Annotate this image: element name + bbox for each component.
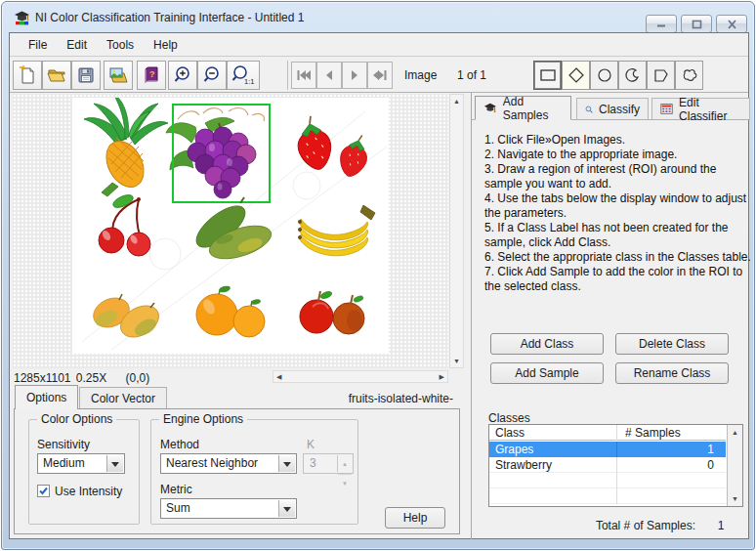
zoom-out-button[interactable] <box>197 61 227 90</box>
table-scroll-down-icon[interactable]: ▼ <box>732 495 738 502</box>
use-intensity-checkbox[interactable] <box>37 485 50 497</box>
instruction-step: 4. Use the tabs below the display window… <box>484 191 755 221</box>
pineapple <box>84 98 168 196</box>
class-samples: 1 <box>616 442 720 457</box>
tab-options[interactable]: Options <box>15 385 78 409</box>
rename-class-button[interactable]: Rename Class <box>615 362 729 384</box>
next-image-icon <box>350 69 359 81</box>
open-folder-icon <box>46 64 67 86</box>
previous-image-button[interactable] <box>316 62 342 89</box>
add-sample-button[interactable]: Add Sample <box>490 362 604 384</box>
grapes <box>166 108 264 198</box>
zoom-1-1-icon: 1:1 <box>231 64 256 86</box>
papaya <box>189 197 274 266</box>
menu-help[interactable]: Help <box>145 35 187 55</box>
vertical-scrollbar[interactable]: ▲ ▼ <box>449 94 464 368</box>
fruit-image[interactable] <box>72 98 389 354</box>
first-image-button[interactable] <box>291 62 316 89</box>
table-row-empty[interactable] <box>489 488 726 504</box>
help-book-button[interactable]: ? <box>137 61 166 90</box>
spinner-up-icon[interactable]: ▲ <box>338 455 352 475</box>
metric-dropdown-button[interactable] <box>278 500 295 517</box>
open-images-button[interactable] <box>42 61 71 90</box>
tab-edit-classifier[interactable]: Edit Classifier <box>651 98 750 119</box>
sensitivity-dropdown-button[interactable] <box>106 455 123 472</box>
zoom-in-button[interactable] <box>168 61 197 90</box>
table-header-row: Class # Samples <box>489 425 726 441</box>
table-scrollbar[interactable]: ▲ ▼ <box>727 425 742 506</box>
k-value: 3 <box>310 456 316 470</box>
method-label: Method <box>160 438 199 451</box>
method-dropdown-button[interactable] <box>278 455 295 472</box>
table-row-strawberry[interactable]: Strawberry 0 <box>489 457 726 473</box>
image-viewport[interactable] <box>13 94 448 368</box>
mangoes <box>89 292 164 343</box>
help-button-label: Help <box>403 511 428 525</box>
metric-label: Metric <box>160 483 192 496</box>
zoom-in-icon <box>172 64 193 86</box>
open-image-file-button[interactable] <box>104 61 133 90</box>
scroll-right-arrow[interactable]: ▶ <box>440 373 444 380</box>
delete-class-button[interactable]: Delete Class <box>615 333 729 355</box>
help-button[interactable]: Help <box>385 507 445 529</box>
tab-color-vector[interactable]: Color Vector <box>79 387 167 409</box>
instruction-step: 5. If a Class Label has not been created… <box>484 221 755 250</box>
save-floppy-icon <box>75 64 97 86</box>
maximize-button[interactable] <box>681 15 712 33</box>
zoom-1-1-button[interactable]: 1:1 <box>227 61 260 90</box>
roi-annulus-button[interactable] <box>618 61 647 90</box>
k-spinner-arrows[interactable]: ▲▼ <box>337 455 352 472</box>
chevron-down-icon <box>283 507 291 516</box>
tab-add-samples[interactable]: Add Samples <box>475 96 571 120</box>
scroll-left-arrow[interactable]: ◀ <box>276 373 281 380</box>
roi-rectangle-button[interactable] <box>533 61 562 90</box>
roi-diamond-button[interactable] <box>562 61 590 90</box>
rectangle-roi-icon <box>538 65 558 85</box>
minimize-button[interactable] <box>646 15 677 33</box>
scroll-up-arrow[interactable]: ▲ <box>453 98 460 105</box>
scroll-down-arrow[interactable]: ▼ <box>453 358 460 364</box>
add-class-button[interactable]: Add Class <box>490 333 604 355</box>
image-size: 1285x1101 <box>14 371 71 385</box>
classifier-grid-icon <box>660 103 673 115</box>
horizontal-scrollbar[interactable]: ◀ ▶ <box>273 370 448 383</box>
pane-divider <box>471 93 472 539</box>
tab-classify-label: Classify <box>599 103 640 116</box>
rename-class-label: Rename Class <box>634 366 711 380</box>
instruction-step: 6. Select the appropriate class in the C… <box>484 250 755 265</box>
bananas <box>298 205 375 256</box>
new-file-button[interactable] <box>13 61 42 90</box>
k-spinner[interactable]: 3 ▲▼ <box>303 453 354 474</box>
tab-options-label: Options <box>26 391 66 404</box>
metric-dropdown[interactable]: Sum <box>160 498 297 519</box>
menu-tools[interactable]: Tools <box>98 35 143 55</box>
tab-color-vector-label: Color Vector <box>91 392 155 405</box>
delete-class-label: Delete Class <box>639 337 705 351</box>
table-scroll-up-icon[interactable]: ▲ <box>732 429 738 436</box>
menu-edit[interactable]: Edit <box>58 35 96 55</box>
apples <box>300 290 364 334</box>
close-button[interactable] <box>716 15 747 33</box>
next-image-button[interactable] <box>342 62 367 89</box>
oval-roi-icon <box>595 65 614 85</box>
menu-bar: File Edit Tools Help <box>10 33 748 57</box>
roi-oval-button[interactable] <box>590 61 618 90</box>
sensitivity-dropdown[interactable]: Medium <box>37 453 125 474</box>
table-row-grapes[interactable]: Grapes 1 <box>489 442 726 457</box>
first-image-icon <box>296 69 312 81</box>
spinner-down-icon[interactable]: ▼ <box>338 475 352 493</box>
column-samples: # Samples <box>616 425 720 441</box>
method-dropdown[interactable]: Nearest Neighbor <box>160 453 297 474</box>
tab-add-samples-label: Add Samples <box>503 95 563 122</box>
table-row-empty[interactable] <box>489 473 726 488</box>
roi-polygon-button[interactable] <box>647 61 675 90</box>
save-button[interactable] <box>71 61 101 90</box>
tab-classify[interactable]: Classify <box>576 98 649 119</box>
last-image-button[interactable] <box>367 62 393 89</box>
toolbar-separator <box>287 61 288 90</box>
svg-text:?: ? <box>149 69 155 79</box>
magnifier-icon <box>585 103 593 116</box>
roi-freehand-button[interactable] <box>675 61 703 90</box>
menu-file[interactable]: File <box>20 35 56 55</box>
help-book-icon: ? <box>141 64 162 86</box>
